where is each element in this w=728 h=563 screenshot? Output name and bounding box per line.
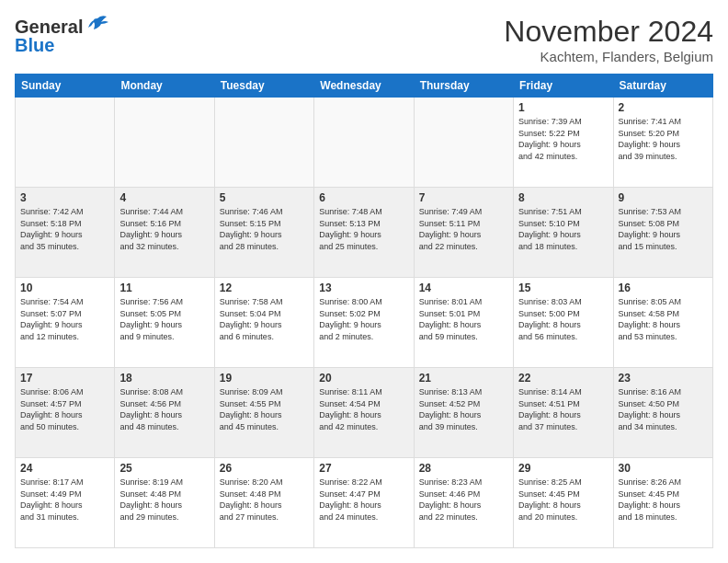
day-number: 16	[619, 282, 708, 294]
day-info: Sunrise: 7:46 AM Sunset: 5:15 PM Dayligh…	[220, 206, 309, 252]
logo: General Blue	[15, 15, 110, 56]
table-row: 17Sunrise: 8:06 AM Sunset: 4:57 PM Dayli…	[16, 368, 115, 458]
day-info: Sunrise: 8:05 AM Sunset: 4:58 PM Dayligh…	[619, 296, 708, 342]
table-row: 11Sunrise: 7:56 AM Sunset: 5:05 PM Dayli…	[115, 278, 214, 368]
day-info: Sunrise: 8:19 AM Sunset: 4:48 PM Dayligh…	[119, 477, 209, 523]
day-info: Sunrise: 8:01 AM Sunset: 5:01 PM Dayligh…	[419, 296, 508, 342]
table-row: 24Sunrise: 8:17 AM Sunset: 4:49 PM Dayli…	[16, 458, 115, 548]
calendar-week-row: 3Sunrise: 7:42 AM Sunset: 5:18 PM Daylig…	[16, 188, 713, 278]
table-row: 25Sunrise: 8:19 AM Sunset: 4:48 PM Dayli…	[115, 458, 214, 548]
day-number: 24	[20, 462, 109, 475]
table-row: 1Sunrise: 7:39 AM Sunset: 5:22 PM Daylig…	[514, 98, 613, 188]
header-wednesday: Wednesday	[314, 75, 414, 98]
table-row: 23Sunrise: 8:16 AM Sunset: 4:50 PM Dayli…	[613, 368, 712, 458]
table-row: 21Sunrise: 8:13 AM Sunset: 4:52 PM Dayli…	[414, 368, 513, 458]
day-info: Sunrise: 7:51 AM Sunset: 5:10 PM Dayligh…	[518, 206, 608, 252]
day-number: 15	[518, 282, 608, 294]
day-number: 13	[319, 282, 408, 294]
day-info: Sunrise: 7:39 AM Sunset: 5:22 PM Dayligh…	[518, 116, 608, 162]
table-row: 10Sunrise: 7:54 AM Sunset: 5:07 PM Dayli…	[16, 278, 115, 368]
header-thursday: Thursday	[414, 75, 513, 98]
day-info: Sunrise: 8:23 AM Sunset: 4:46 PM Dayligh…	[419, 477, 508, 523]
table-row: 22Sunrise: 8:14 AM Sunset: 4:51 PM Dayli…	[514, 368, 613, 458]
day-info: Sunrise: 8:25 AM Sunset: 4:45 PM Dayligh…	[518, 477, 608, 523]
calendar-week-row: 24Sunrise: 8:17 AM Sunset: 4:49 PM Dayli…	[16, 458, 713, 548]
day-info: Sunrise: 8:09 AM Sunset: 4:55 PM Dayligh…	[220, 386, 309, 432]
day-info: Sunrise: 8:00 AM Sunset: 5:02 PM Dayligh…	[319, 296, 408, 342]
table-row: 28Sunrise: 8:23 AM Sunset: 4:46 PM Dayli…	[414, 458, 513, 548]
day-number: 9	[619, 191, 708, 204]
day-number: 21	[419, 372, 508, 385]
table-row: 26Sunrise: 8:20 AM Sunset: 4:48 PM Dayli…	[214, 458, 313, 548]
header-sunday: Sunday	[16, 75, 115, 98]
day-number: 5	[220, 191, 309, 204]
day-number: 22	[518, 372, 608, 385]
day-info: Sunrise: 8:03 AM Sunset: 5:00 PM Dayligh…	[518, 296, 608, 342]
month-title: November 2024	[504, 15, 713, 49]
table-row	[16, 98, 115, 188]
day-number: 6	[319, 191, 408, 204]
table-row: 8Sunrise: 7:51 AM Sunset: 5:10 PM Daylig…	[514, 188, 613, 278]
table-row	[314, 98, 414, 188]
table-row: 9Sunrise: 7:53 AM Sunset: 5:08 PM Daylig…	[613, 188, 712, 278]
day-number: 29	[518, 462, 608, 475]
calendar: Sunday Monday Tuesday Wednesday Thursday…	[15, 74, 713, 548]
day-number: 3	[20, 191, 109, 204]
header-friday: Friday	[514, 75, 613, 98]
table-row	[214, 98, 313, 188]
table-row	[115, 98, 214, 188]
day-number: 20	[319, 372, 408, 385]
table-row: 29Sunrise: 8:25 AM Sunset: 4:45 PM Dayli…	[514, 458, 613, 548]
table-row: 12Sunrise: 7:58 AM Sunset: 5:04 PM Dayli…	[214, 278, 313, 368]
table-row: 30Sunrise: 8:26 AM Sunset: 4:45 PM Dayli…	[613, 458, 712, 548]
day-number: 28	[419, 462, 508, 475]
header-monday: Monday	[115, 75, 214, 98]
day-info: Sunrise: 8:20 AM Sunset: 4:48 PM Dayligh…	[220, 477, 309, 523]
day-number: 18	[119, 372, 209, 385]
table-row: 3Sunrise: 7:42 AM Sunset: 5:18 PM Daylig…	[16, 188, 115, 278]
day-info: Sunrise: 8:13 AM Sunset: 4:52 PM Dayligh…	[419, 386, 508, 432]
day-number: 2	[619, 101, 708, 114]
day-info: Sunrise: 8:17 AM Sunset: 4:49 PM Dayligh…	[20, 477, 109, 523]
table-row: 4Sunrise: 7:44 AM Sunset: 5:16 PM Daylig…	[115, 188, 214, 278]
day-info: Sunrise: 8:08 AM Sunset: 4:56 PM Dayligh…	[119, 386, 209, 432]
table-row: 13Sunrise: 8:00 AM Sunset: 5:02 PM Dayli…	[314, 278, 414, 368]
header-tuesday: Tuesday	[214, 75, 313, 98]
day-number: 4	[119, 191, 209, 204]
day-info: Sunrise: 7:58 AM Sunset: 5:04 PM Dayligh…	[220, 296, 309, 342]
day-number: 12	[220, 282, 309, 294]
day-info: Sunrise: 8:11 AM Sunset: 4:54 PM Dayligh…	[319, 386, 408, 432]
day-info: Sunrise: 8:26 AM Sunset: 4:45 PM Dayligh…	[619, 477, 708, 523]
day-info: Sunrise: 7:54 AM Sunset: 5:07 PM Dayligh…	[20, 296, 109, 342]
day-info: Sunrise: 8:16 AM Sunset: 4:50 PM Dayligh…	[619, 386, 708, 432]
day-info: Sunrise: 7:41 AM Sunset: 5:20 PM Dayligh…	[619, 116, 708, 162]
header: General Blue November 2024 Kachtem, Flan…	[15, 15, 713, 64]
table-row: 20Sunrise: 8:11 AM Sunset: 4:54 PM Dayli…	[314, 368, 414, 458]
day-number: 7	[419, 191, 508, 204]
table-row: 27Sunrise: 8:22 AM Sunset: 4:47 PM Dayli…	[314, 458, 414, 548]
header-saturday: Saturday	[613, 75, 712, 98]
table-row: 5Sunrise: 7:46 AM Sunset: 5:15 PM Daylig…	[214, 188, 313, 278]
day-number: 10	[20, 282, 109, 294]
calendar-week-row: 1Sunrise: 7:39 AM Sunset: 5:22 PM Daylig…	[16, 98, 713, 188]
table-row: 18Sunrise: 8:08 AM Sunset: 4:56 PM Dayli…	[115, 368, 214, 458]
day-info: Sunrise: 7:42 AM Sunset: 5:18 PM Dayligh…	[20, 206, 109, 252]
day-number: 30	[619, 462, 708, 475]
table-row: 19Sunrise: 8:09 AM Sunset: 4:55 PM Dayli…	[214, 368, 313, 458]
day-number: 25	[119, 462, 209, 475]
day-info: Sunrise: 7:49 AM Sunset: 5:11 PM Dayligh…	[419, 206, 508, 252]
calendar-header-row: Sunday Monday Tuesday Wednesday Thursday…	[16, 75, 713, 98]
table-row: 7Sunrise: 7:49 AM Sunset: 5:11 PM Daylig…	[414, 188, 513, 278]
calendar-week-row: 10Sunrise: 7:54 AM Sunset: 5:07 PM Dayli…	[16, 278, 713, 368]
page: General Blue November 2024 Kachtem, Flan…	[0, 0, 728, 563]
table-row: 14Sunrise: 8:01 AM Sunset: 5:01 PM Dayli…	[414, 278, 513, 368]
table-row: 15Sunrise: 8:03 AM Sunset: 5:00 PM Dayli…	[514, 278, 613, 368]
day-number: 11	[119, 282, 209, 294]
day-number: 19	[220, 372, 309, 385]
day-info: Sunrise: 7:44 AM Sunset: 5:16 PM Dayligh…	[119, 206, 209, 252]
calendar-week-row: 17Sunrise: 8:06 AM Sunset: 4:57 PM Dayli…	[16, 368, 713, 458]
table-row: 2Sunrise: 7:41 AM Sunset: 5:20 PM Daylig…	[613, 98, 712, 188]
day-info: Sunrise: 7:48 AM Sunset: 5:13 PM Dayligh…	[319, 206, 408, 252]
day-info: Sunrise: 8:14 AM Sunset: 4:51 PM Dayligh…	[518, 386, 608, 432]
day-info: Sunrise: 7:53 AM Sunset: 5:08 PM Dayligh…	[619, 206, 708, 252]
